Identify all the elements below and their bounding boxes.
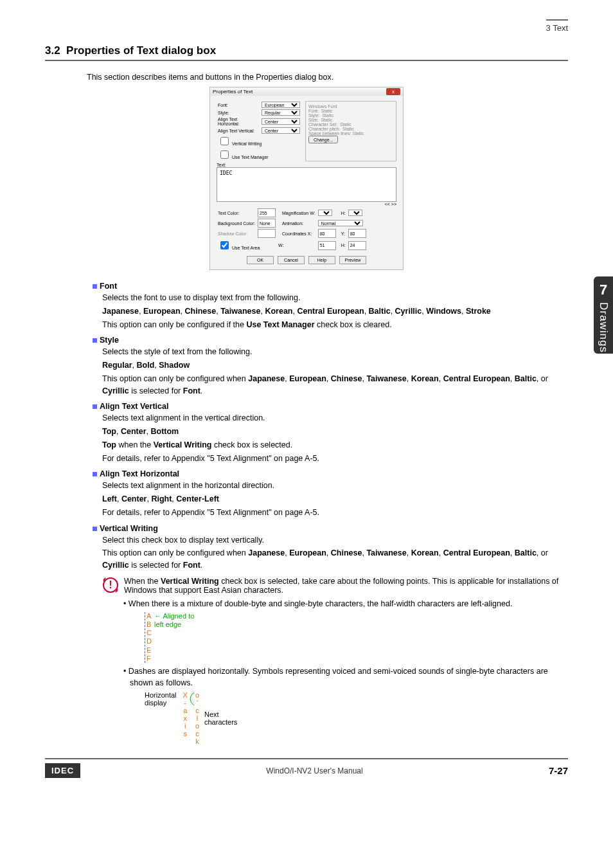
atv-label: Align Text Vertical: — [217, 127, 260, 134]
bullet-icon — [93, 527, 97, 531]
ath-select[interactable]: Center — [262, 118, 300, 125]
vw-checkbox[interactable] — [220, 137, 229, 145]
footer: IDEC WindO/I-NV2 User's Manual 7-27 — [45, 758, 568, 778]
ath-label: Align Text Horizontal: — [217, 116, 260, 127]
bullet-icon — [93, 284, 97, 289]
magw-select[interactable]: 1 — [318, 210, 332, 216]
change-button[interactable]: Change... — [308, 136, 338, 143]
ok-button[interactable]: OK — [247, 256, 274, 264]
w-input[interactable] — [318, 241, 336, 250]
font-label: Font: — [217, 101, 260, 109]
preview-button[interactable]: Preview — [339, 256, 366, 264]
anim-select[interactable]: Normal — [318, 220, 363, 226]
text-label: Text: — [217, 163, 396, 167]
tc-label: Text Color: — [217, 208, 256, 218]
style-label: Style: — [217, 109, 260, 116]
bg-label: Background Color: — [217, 218, 256, 228]
chapter-header: 3 Text — [45, 19, 568, 33]
ath-item: Align Text Horizontal — [93, 469, 568, 478]
close-icon: x — [386, 88, 400, 95]
intro-text: This section describes items and buttons… — [87, 73, 568, 82]
atv-item: Align Text Vertical — [93, 402, 568, 411]
uta-checkbox[interactable] — [220, 241, 229, 249]
sc-label: Shadow Color: — [217, 228, 256, 239]
tc-input[interactable] — [258, 208, 276, 217]
y-input[interactable] — [348, 229, 366, 238]
help-button[interactable]: Help — [308, 256, 335, 264]
magh-select[interactable]: 1 — [348, 210, 362, 216]
x-input[interactable] — [318, 229, 336, 238]
font-item: Font — [93, 282, 568, 291]
section-title: 3.2 Properties of Text dialog box — [45, 44, 568, 61]
logo: IDEC — [45, 763, 80, 778]
cancel-button[interactable]: Cancel — [278, 256, 305, 264]
bullet-icon — [93, 338, 97, 343]
bg-input[interactable] — [258, 219, 276, 228]
warning-note: ! When the Vertical Writing check box is… — [102, 577, 568, 595]
dialog-screenshot: Properties of Textx Font:European Style:… — [209, 87, 404, 270]
style-item: Style — [93, 336, 568, 345]
group-title: Windows Font — [308, 104, 393, 109]
vw-item: Vertical Writing — [93, 524, 568, 533]
side-tab: 7 Drawings — [594, 276, 613, 354]
h-input[interactable] — [348, 241, 366, 250]
svg-text:!: ! — [109, 579, 112, 590]
bullet-icon — [93, 472, 97, 476]
warning-icon: ! — [102, 577, 119, 595]
bullet-icon — [93, 404, 97, 409]
text-area[interactable]: IDEC — [217, 167, 396, 202]
sc-input — [258, 229, 276, 238]
utm-checkbox[interactable] — [220, 150, 229, 159]
dialog-titlebar: Properties of Textx — [210, 87, 403, 96]
atv-select[interactable]: Center — [262, 127, 300, 134]
style-select[interactable]: Regular — [262, 109, 300, 116]
font-select[interactable]: European — [262, 102, 300, 108]
